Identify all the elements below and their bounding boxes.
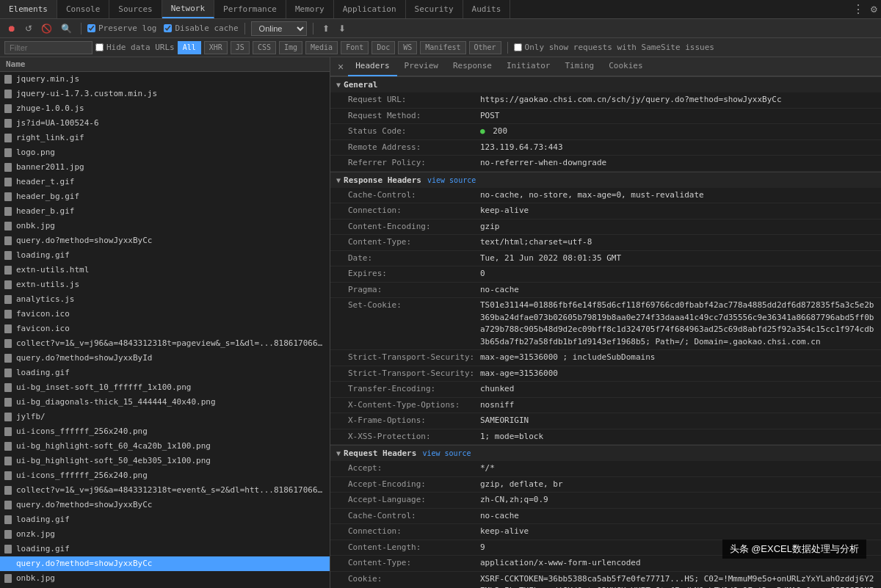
network-list-item[interactable]: logo.png <box>0 145 330 160</box>
hide-data-urls-checkbox[interactable] <box>95 43 104 51</box>
refresh-button[interactable]: ↺ <box>22 22 35 35</box>
tab-performance[interactable]: Performance <box>214 0 286 18</box>
network-list-item[interactable]: banner2011.jpg <box>0 160 330 175</box>
network-list-item[interactable]: ui-icons_ffffff_256x240.png <box>0 424 330 439</box>
filter-img[interactable]: Img <box>279 41 302 54</box>
throttle-select[interactable]: Online <box>251 21 307 36</box>
hide-data-urls-label[interactable]: Hide data URLs <box>95 43 175 52</box>
network-list-item[interactable]: query.do?method=showJyxxByCc <box>0 498 330 512</box>
filter-css[interactable]: CSS <box>253 41 276 54</box>
network-list-item[interactable]: ui-bg_diagonals-thick_15_444444_40x40.pn… <box>0 395 330 410</box>
request-headers-view-source[interactable]: view source <box>422 449 471 457</box>
network-list-item[interactable]: header_t.gif <box>0 175 330 189</box>
network-item-name: jquery.min.js <box>16 74 79 84</box>
request-headers-section-header[interactable]: ▼ Request Headers view source <box>330 445 881 461</box>
network-list-item[interactable]: extn-utils.html <box>0 263 330 277</box>
network-list-item[interactable]: header_b.gif <box>0 204 330 219</box>
network-list-item[interactable]: extn-utils.js <box>0 277 330 292</box>
network-list-item[interactable]: collect?v=1&_v=j96&a=4843312318t=pagevie… <box>0 336 330 351</box>
file-icon <box>3 382 13 393</box>
network-item-name: loading.gif <box>16 515 70 524</box>
filter-doc[interactable]: Doc <box>371 41 395 54</box>
network-list-item[interactable]: onzk.jpg <box>0 527 330 542</box>
response-header-name: Cache-Control: <box>348 189 480 202</box>
filter-font[interactable]: Font <box>341 41 369 54</box>
detail-tab-headers[interactable]: Headers <box>348 57 396 76</box>
tab-memory[interactable]: Memory <box>286 0 334 18</box>
network-list-item[interactable]: right_link.gif <box>0 131 330 145</box>
filter-all[interactable]: All <box>178 41 201 54</box>
network-list-item[interactable]: ui-bg_inset-soft_10_ffffff_1x100.png <box>0 380 330 395</box>
network-list-item[interactable]: loading.gif <box>0 542 330 556</box>
network-list-item[interactable]: js?id=UA-100524-6 <box>0 116 330 131</box>
clear-button[interactable]: 🚫 <box>38 22 55 35</box>
preserve-log-label[interactable]: Preserve log <box>87 23 156 33</box>
network-list-item[interactable]: ui-icons_ffffff_256x240.png <box>0 468 330 483</box>
search-button[interactable]: 🔍 <box>58 22 75 35</box>
network-list-item[interactable]: favicon.ico <box>0 307 330 322</box>
network-item-name: onbk.jpg <box>16 221 55 231</box>
export-button[interactable]: ⬇ <box>336 22 349 35</box>
network-list-item[interactable]: ui-bg_highlight-soft_60_4ca20b_1x100.png <box>0 439 330 454</box>
detail-content: ▼ General Request URL: https://gaokao.ch… <box>330 76 881 588</box>
disable-cache-label[interactable]: Disable cache <box>164 23 238 33</box>
import-button[interactable]: ⬆ <box>319 22 333 35</box>
network-list-item[interactable]: query.do?method=showJyxxById <box>0 351 330 366</box>
filter-ws[interactable]: WS <box>398 41 417 54</box>
network-list-item[interactable]: favicon.ico <box>0 322 330 336</box>
detail-tab-timing[interactable]: Timing <box>558 57 602 76</box>
detail-tab-preview[interactable]: Preview <box>397 57 446 76</box>
network-list-item[interactable]: jquery-ui-1.7.3.custom.min.js <box>0 87 330 101</box>
tab-elements[interactable]: Elements <box>0 0 57 18</box>
network-list-item[interactable]: header_bg.gif <box>0 189 330 204</box>
samesite-checkbox[interactable] <box>514 43 522 51</box>
tab-security[interactable]: Security <box>406 0 463 18</box>
tab-sources[interactable]: Sources <box>109 0 162 18</box>
request-header-value: keep-alive <box>480 526 875 538</box>
network-list-item[interactable]: zhuge-1.0.0.js <box>0 101 330 116</box>
filter-xhr[interactable]: XHR <box>204 41 228 54</box>
response-header-name: Connection: <box>348 205 480 217</box>
filter-input[interactable] <box>4 41 93 54</box>
detail-close-button[interactable]: × <box>333 61 348 73</box>
network-list-item[interactable]: onbk.jpg <box>0 571 330 586</box>
request-header-name: Accept-Encoding: <box>348 479 480 491</box>
network-list-item[interactable]: analytics.js <box>0 292 330 307</box>
detail-tab-response[interactable]: Response <box>446 57 499 76</box>
response-headers-section-header[interactable]: ▼ Response Headers view source <box>330 172 881 188</box>
network-list-item[interactable]: loading.gif <box>0 512 330 527</box>
network-list-item[interactable]: onbk.jpg <box>0 219 330 233</box>
filter-js[interactable]: JS <box>231 41 250 54</box>
detail-tab-cookies[interactable]: Cookies <box>601 57 650 76</box>
network-list-item[interactable]: jylfb/ <box>0 410 330 424</box>
network-list-item[interactable]: jquery.min.js <box>0 72 330 87</box>
network-list-item[interactable]: query.do?method=showJyxxByCc <box>0 556 330 571</box>
network-list-item[interactable]: query.do?method=showJyxxByCc <box>0 233 330 248</box>
tab-console[interactable]: Console <box>57 0 109 18</box>
network-list-item[interactable]: loading.gif <box>0 366 330 380</box>
network-toolbar: ⏺ ↺ 🚫 🔍 Preserve log Disable cache Onlin… <box>0 19 881 38</box>
network-list-item[interactable]: ui-bg_highlight-soft_50_4eb305_1x100.png <box>0 454 330 468</box>
devtools-settings-button[interactable]: ⚙ <box>867 0 881 18</box>
network-list-item[interactable]: collect?v=1&_v=j96&a=4843312318t=event&_… <box>0 483 330 498</box>
record-button[interactable]: ⏺ <box>4 22 19 35</box>
request-header-row: Content-Length:9 <box>330 540 881 556</box>
tab-audits[interactable]: Audits <box>463 0 511 18</box>
tab-network[interactable]: Network <box>162 0 214 18</box>
right-panel: × Headers Preview Response Initiator Tim… <box>330 57 881 588</box>
network-item-name: header_bg.gif <box>16 192 79 201</box>
tab-application[interactable]: Application <box>334 0 406 18</box>
detail-tab-initiator[interactable]: Initiator <box>499 57 558 76</box>
disable-cache-checkbox[interactable] <box>164 24 172 32</box>
network-list[interactable]: jquery.min.jsjquery-ui-1.7.3.custom.min.… <box>0 72 330 588</box>
response-headers-view-source[interactable]: view source <box>427 176 476 184</box>
filter-manifest[interactable]: Manifest <box>420 41 465 54</box>
general-section-header[interactable]: ▼ General <box>330 76 881 92</box>
samesite-label[interactable]: Only show requests with SameSite issues <box>514 43 714 52</box>
filter-media[interactable]: Media <box>305 41 338 54</box>
filter-other[interactable]: Other <box>469 41 501 54</box>
network-list-item[interactable]: loading.gif <box>0 248 330 263</box>
divider-2 <box>244 23 245 35</box>
preserve-log-checkbox[interactable] <box>87 24 95 32</box>
devtools-more-button[interactable]: ⋮ <box>849 0 867 18</box>
